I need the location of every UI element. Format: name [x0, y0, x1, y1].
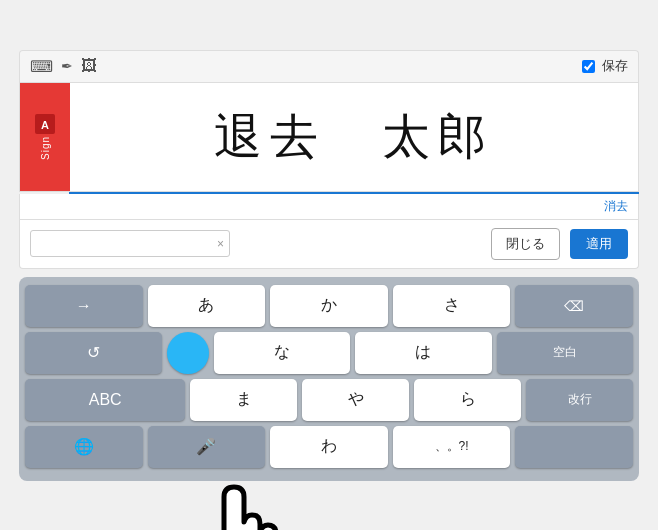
search-wrap: ×	[30, 230, 230, 257]
kb-row-1: → あ か さ ⌫	[25, 285, 633, 327]
key-ka[interactable]: か	[270, 285, 388, 327]
key-space[interactable]: 空白	[497, 332, 634, 374]
key-wa[interactable]: わ	[270, 426, 388, 468]
pdf-icon: A	[33, 112, 57, 136]
toolbar-right: 保存	[582, 57, 628, 75]
key-sa[interactable]: さ	[393, 285, 511, 327]
key-empty	[515, 426, 633, 468]
clear-button[interactable]: 消去	[604, 198, 628, 215]
key-na[interactable]: な	[214, 332, 351, 374]
keyboard-icon[interactable]: ⌨	[30, 57, 53, 76]
toolbar: ⌨ ✒ 🖼 保存	[19, 50, 639, 82]
key-punctuation[interactable]: 、。?!	[393, 426, 511, 468]
save-label: 保存	[602, 57, 628, 75]
button-row: × 閉じる 適用	[19, 220, 639, 269]
sign-tab-label: Sign	[40, 136, 51, 160]
key-ma[interactable]: ま	[190, 379, 297, 421]
search-input[interactable]	[30, 230, 230, 257]
toolbar-left: ⌨ ✒ 🖼	[30, 57, 97, 76]
key-ha[interactable]: は	[355, 332, 492, 374]
key-a[interactable]: あ	[148, 285, 266, 327]
kb-row-4: 🌐 🎤 わ 、。?!	[25, 426, 633, 468]
kb-row-3: ABC ま や ら 改行	[25, 379, 633, 421]
key-abc[interactable]: ABC	[25, 379, 185, 421]
svg-text:A: A	[41, 119, 49, 131]
key-ra[interactable]: ら	[414, 379, 521, 421]
search-clear-icon[interactable]: ×	[217, 237, 224, 251]
pen-icon[interactable]: ✒	[61, 58, 73, 74]
key-ya[interactable]: や	[302, 379, 409, 421]
apply-button[interactable]: 適用	[570, 229, 628, 259]
sign-tab[interactable]: A Sign	[20, 83, 70, 191]
clear-row: 消去	[19, 194, 639, 220]
japanese-keyboard: → あ か さ ⌫ ↺ な は 空白 ABC ま や ら 改行	[19, 277, 639, 481]
keyboard-wrapper: → あ か さ ⌫ ↺ な は 空白 ABC ま や ら 改行	[19, 277, 639, 481]
signature-text[interactable]: 退去 太郎	[80, 105, 628, 169]
key-backspace[interactable]: ⌫	[515, 285, 633, 327]
key-undo[interactable]: ↺	[25, 332, 162, 374]
key-highlighted[interactable]	[167, 332, 209, 374]
signature-panel: A Sign 退去 太郎	[19, 82, 639, 192]
close-button[interactable]: 閉じる	[491, 228, 560, 260]
save-checkbox[interactable]	[582, 60, 595, 73]
key-mic[interactable]: 🎤	[148, 426, 266, 468]
image-icon[interactable]: 🖼	[81, 57, 97, 75]
key-enter[interactable]: 改行	[526, 379, 633, 421]
key-arrow-right[interactable]: →	[25, 285, 143, 327]
key-globe[interactable]: 🌐	[25, 426, 143, 468]
kb-row-2: ↺ な は 空白	[25, 332, 633, 374]
